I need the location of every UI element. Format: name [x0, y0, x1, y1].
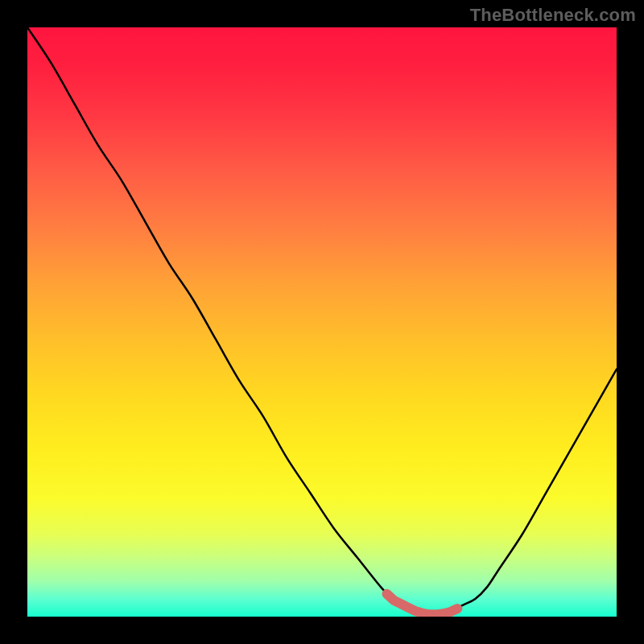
watermark-text: TheBottleneck.com: [470, 5, 636, 26]
optimal-marker: [387, 594, 458, 615]
curve-svg: [27, 27, 617, 617]
bottleneck-curve: [27, 27, 617, 614]
plot-area: [27, 27, 617, 617]
chart-frame: TheBottleneck.com: [0, 0, 644, 644]
